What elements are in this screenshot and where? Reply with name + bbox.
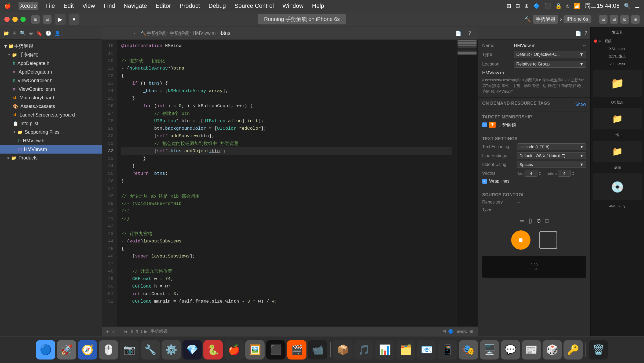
dock-app-16[interactable]: 💬	[501, 340, 520, 360]
inspector-help-btn[interactable]: ?	[465, 28, 474, 38]
menu-help[interactable]: Help	[310, 2, 326, 10]
code-content[interactable]: 18 19 20 21 22 23 24 25 26 27 28 29 30 3…	[102, 40, 478, 326]
dock-app-18[interactable]: 🎲	[543, 340, 562, 360]
add-btn[interactable]: +	[106, 329, 109, 334]
indent-up-arrow[interactable]: ▲	[572, 171, 575, 173]
indent-stepper-arrows[interactable]: ▲ ▼	[572, 171, 575, 176]
tree-item-appdelegate-h[interactable]: h AppDelegate.h	[0, 59, 102, 68]
empty-square-btn[interactable]	[539, 231, 557, 249]
run-button[interactable]: ▶	[55, 14, 65, 25]
debug-view-icon[interactable]: 🔵	[448, 329, 453, 334]
scheme-selector[interactable]: 🔨 手势解锁 › iPhone 6s	[524, 15, 591, 24]
inspector-file-icon[interactable]: 📄	[575, 30, 581, 36]
menu-xcode[interactable]: Xcode	[19, 2, 38, 10]
menu-window[interactable]: Window	[281, 2, 305, 10]
maximize-button[interactable]	[20, 17, 26, 22]
minimize-button[interactable]	[12, 17, 18, 22]
tree-item-appdelegate-m[interactable]: m AppDelegate.m	[0, 68, 102, 76]
debug-step-in-btn[interactable]: ⬇	[130, 329, 134, 334]
breadcrumb-1[interactable]: 🔨手势解锁	[141, 30, 166, 37]
nav-person-icon[interactable]: 👤	[54, 30, 60, 36]
nav-bookmark-icon[interactable]: 🔖	[36, 30, 42, 36]
statusbar-settings-btn[interactable]: ⚙	[470, 329, 473, 334]
dock-app-14[interactable]: 🎭	[459, 340, 478, 360]
dock-cocoa[interactable]: 🍎	[224, 340, 244, 360]
scroll-left-btn[interactable]: ◁	[112, 329, 115, 334]
breadcrumb-2[interactable]: 手势解锁	[170, 30, 189, 37]
wrap-checkbox[interactable]: ✓	[482, 179, 487, 184]
folder-icon-2[interactable]: 📁	[593, 108, 642, 129]
dock-safari[interactable]: 🧭	[78, 340, 97, 360]
inspector-help-icon[interactable]: ?	[584, 30, 587, 36]
dock-mouse[interactable]: 🖱️	[99, 340, 118, 360]
menu-icon[interactable]: ☰	[635, 3, 640, 9]
breadcrumb-3[interactable]: HMView.m	[193, 30, 216, 36]
tree-root[interactable]: ▼ 📁 手势解锁	[0, 42, 102, 50]
close-button[interactable]	[4, 17, 10, 22]
location-select[interactable]: Relative to Group ▼	[514, 61, 586, 68]
dock-preview[interactable]: 🖼️	[245, 340, 265, 360]
dock-app-12[interactable]: 📧	[417, 340, 436, 360]
dock-sketch[interactable]: 💎	[182, 340, 202, 360]
menu-source-control[interactable]: Source Control	[233, 2, 276, 10]
dock-terminal[interactable]: ⬛	[266, 340, 286, 360]
tree-item-viewcontroller-h[interactable]: h ViewController.h	[0, 76, 102, 85]
debug-frame-btn[interactable]: ⤵	[140, 329, 142, 334]
folder-icon-1[interactable]: 📁	[593, 70, 642, 97]
dock-video[interactable]: 📹	[308, 340, 327, 360]
dock-finder[interactable]: 🔵	[36, 340, 55, 360]
apple-menu[interactable]: 🍎	[4, 3, 11, 9]
dmg-icon[interactable]: 💿	[593, 173, 642, 200]
menu-view[interactable]: View	[81, 2, 97, 10]
dock-photos[interactable]: 📷	[120, 340, 139, 360]
dock-vlc[interactable]: 🎬	[287, 340, 306, 360]
forward-btn[interactable]: →	[129, 28, 138, 38]
nav-circle-icon[interactable]: ⊙	[536, 217, 541, 224]
add-file-btn[interactable]: +	[105, 28, 115, 38]
tree-item-products[interactable]: ▶ 📁 Products	[0, 154, 102, 162]
type-select[interactable]: Default - Objective-C... ▼	[514, 51, 586, 58]
tree-item-supporting-files[interactable]: ▼ 📁 Supporting Files	[0, 128, 102, 136]
indent-width-val[interactable]: 4	[558, 170, 571, 177]
nav-left-icon[interactable]: ⬅	[520, 217, 524, 224]
tree-item-info-plist[interactable]: 📋 Info.plist	[0, 119, 102, 128]
tab-width-val[interactable]: 4	[525, 170, 537, 177]
layout-btn-2[interactable]: ⊞	[610, 15, 618, 24]
dock-app-13[interactable]: 📱	[438, 340, 457, 360]
dock-tool2[interactable]: ⚙️	[162, 340, 181, 360]
nav-warning-icon[interactable]: ⚠	[12, 30, 17, 36]
sidebar-toggle-btn[interactable]: ⊞	[31, 15, 40, 24]
tree-item-assets[interactable]: 🎨 Assets.xcassets	[0, 102, 102, 111]
tab-up-arrow[interactable]: ▲	[539, 171, 541, 173]
dock-app-10[interactable]: 📊	[375, 340, 394, 360]
search-icon[interactable]: 🔍	[624, 3, 631, 9]
nav-folder-icon[interactable]: 📁	[3, 30, 9, 36]
show-button[interactable]: Show	[575, 102, 586, 107]
folder-icon-3[interactable]: 📁	[593, 141, 642, 162]
target-checkbox[interactable]: ✓	[482, 122, 487, 127]
back-btn[interactable]: ←	[117, 28, 127, 38]
menu-debug[interactable]: Debug	[207, 2, 228, 10]
line-endings-select[interactable]: Default - OS X / Unix (LF) ▼	[517, 152, 586, 159]
hierarchy-btn[interactable]: ⊟	[43, 15, 52, 24]
nav-square-icon[interactable]: □	[545, 218, 548, 224]
dock-app-9[interactable]: 🎵	[354, 340, 374, 360]
dock-launchpad[interactable]: 🚀	[57, 340, 76, 360]
debug-pause-btn[interactable]: ⏸	[118, 329, 123, 334]
dock-trash[interactable]: 🗑️	[589, 340, 608, 360]
tree-item-viewcontroller-m[interactable]: m ViewController.m	[0, 85, 102, 93]
indent-select[interactable]: Spaces ▼	[517, 161, 586, 168]
tree-item-hmview-m[interactable]: m HMView.m	[0, 145, 102, 154]
debug-continue-btn[interactable]: ▶	[144, 329, 147, 334]
layout-btn-3[interactable]: ⊠	[620, 15, 629, 24]
stop-button[interactable]: ■	[69, 14, 79, 25]
dock-app-8[interactable]: 📦	[333, 340, 353, 360]
menu-editor[interactable]: Editor	[154, 2, 173, 10]
layout-btn-1[interactable]: ⊟	[599, 15, 608, 24]
tree-item-hmview-h[interactable]: h HMView.h	[0, 136, 102, 145]
dock-app-11[interactable]: 🗂️	[396, 340, 415, 360]
encoding-select[interactable]: Unicode (UTF-8) ▼	[517, 143, 586, 150]
tree-group-main[interactable]: ▼ 📁 手势解锁	[0, 50, 102, 59]
dock-app-15[interactable]: 🖥️	[480, 340, 499, 360]
tab-stepper-arrows[interactable]: ▲ ▼	[539, 171, 541, 176]
